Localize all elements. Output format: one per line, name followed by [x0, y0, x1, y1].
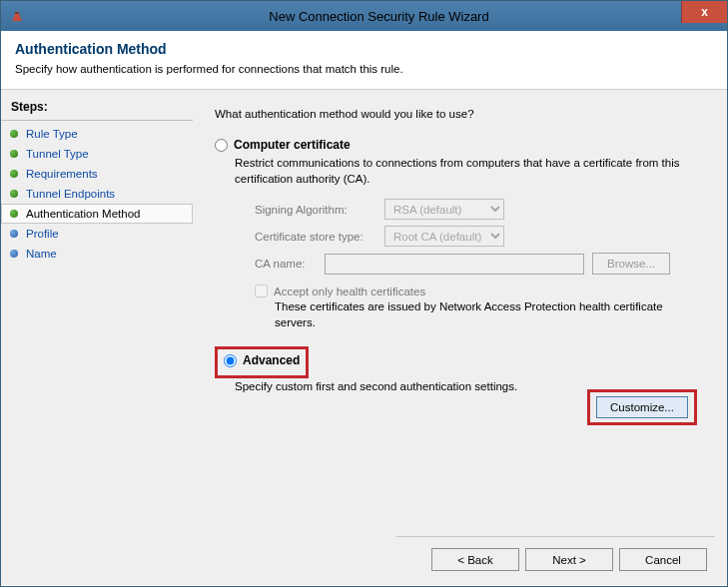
health-cert-description: These certificates are issued by Network…: [275, 299, 705, 330]
footer-divider: [396, 536, 715, 537]
browse-button[interactable]: Browse...: [592, 253, 670, 275]
signing-algorithm-select[interactable]: RSA (default): [384, 199, 504, 220]
option-advanced-section: Advanced Specify custom first and second…: [215, 346, 705, 392]
page-subtitle: Specify how authentication is performed …: [15, 63, 713, 75]
option-computer-certificate[interactable]: Computer certificate: [215, 138, 705, 152]
option-advanced[interactable]: Advanced: [224, 353, 300, 367]
back-button[interactable]: < Back: [431, 548, 519, 571]
certificate-store-label: Certificate store type:: [255, 231, 384, 243]
option1-description: Restrict communications to connections f…: [235, 156, 705, 187]
bullet-icon: [10, 190, 18, 198]
step-requirements[interactable]: Requirements: [1, 164, 193, 184]
step-rule-type[interactable]: Rule Type: [1, 124, 193, 144]
radio-computer-certificate[interactable]: [215, 139, 228, 152]
step-tunnel-type[interactable]: Tunnel Type: [1, 144, 193, 164]
titlebar: New Connection Security Rule Wizard x: [1, 1, 727, 31]
step-name[interactable]: Name: [1, 244, 193, 264]
bullet-icon: [10, 130, 18, 138]
certificate-store-row: Certificate store type: Root CA (default…: [255, 226, 705, 247]
bullet-icon: [10, 170, 18, 178]
prompt-text: What authentication method would you lik…: [215, 108, 705, 120]
steps-heading: Steps:: [1, 96, 193, 121]
step-label: Tunnel Endpoints: [26, 188, 115, 200]
cancel-button[interactable]: Cancel: [619, 548, 707, 571]
step-label: Name: [26, 248, 57, 260]
page-title: Authentication Method: [15, 41, 713, 57]
ca-name-input[interactable]: [325, 254, 584, 275]
wizard-footer: < Back Next > Cancel: [431, 548, 707, 571]
customize-button[interactable]: Customize...: [596, 396, 688, 418]
window-title: New Connection Security Rule Wizard: [31, 9, 727, 24]
wizard-header: Authentication Method Specify how authen…: [1, 31, 727, 90]
main-panel: What authentication method would you lik…: [193, 90, 727, 585]
bullet-icon: [10, 150, 18, 158]
step-authentication-method[interactable]: Authentication Method: [1, 204, 193, 224]
health-cert-row: Accept only health certificates: [255, 285, 705, 297]
steps-sidebar: Steps: Rule Type Tunnel Type Requirement…: [1, 90, 193, 585]
step-label: Tunnel Type: [26, 148, 89, 160]
wizard-window: New Connection Security Rule Wizard x Au…: [0, 0, 728, 587]
advanced-highlight: Advanced: [215, 346, 309, 378]
step-tunnel-endpoints[interactable]: Tunnel Endpoints: [1, 184, 193, 204]
certificate-store-select[interactable]: Root CA (default): [384, 226, 504, 247]
health-cert-label: Accept only health certificates: [274, 286, 425, 297]
radio-label: Computer certificate: [234, 138, 351, 152]
step-profile[interactable]: Profile: [1, 224, 193, 244]
close-button[interactable]: x: [681, 1, 727, 23]
step-label: Rule Type: [26, 128, 78, 140]
ca-name-label: CA name:: [255, 258, 325, 270]
signing-algorithm-label: Signing Algorithm:: [255, 204, 384, 216]
next-button[interactable]: Next >: [525, 548, 613, 571]
signing-algorithm-row: Signing Algorithm: RSA (default): [255, 199, 705, 220]
customize-highlight: Customize...: [587, 389, 697, 425]
step-label: Profile: [26, 228, 59, 240]
svg-rect-0: [15, 12, 19, 14]
step-label: Requirements: [26, 168, 98, 180]
ca-name-row: CA name: Browse...: [255, 253, 705, 275]
close-icon: x: [701, 5, 708, 19]
step-label: Authentication Method: [26, 208, 140, 220]
app-icon: [9, 8, 25, 24]
wizard-body: Steps: Rule Type Tunnel Type Requirement…: [1, 90, 727, 585]
bullet-icon: [10, 230, 18, 238]
bullet-icon: [10, 210, 18, 218]
bullet-icon: [10, 250, 18, 258]
radio-advanced[interactable]: [224, 354, 237, 367]
radio-label: Advanced: [243, 353, 300, 367]
health-cert-checkbox[interactable]: [255, 285, 268, 297]
